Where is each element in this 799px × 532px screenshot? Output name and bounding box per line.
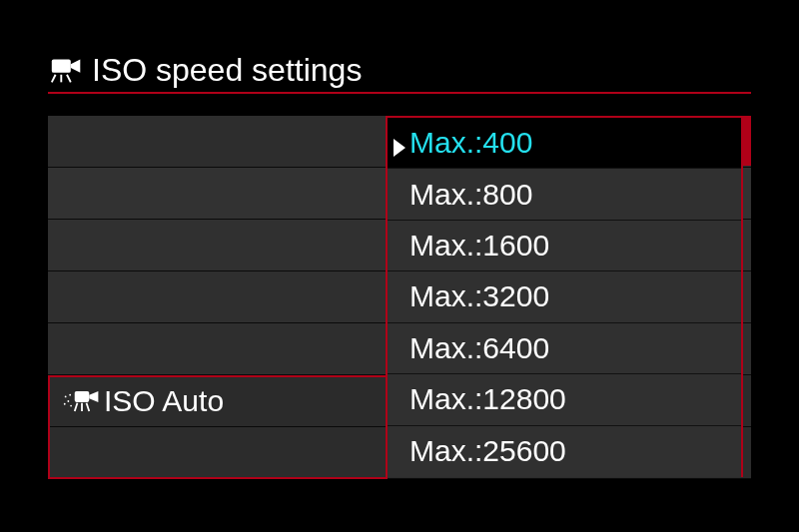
option-max-800[interactable]: Max.:800 — [388, 169, 741, 220]
option-label: Max.:6400 — [409, 331, 549, 365]
screen-header: ISO speed settings — [48, 48, 751, 94]
option-max-6400[interactable]: Max.:6400 — [388, 323, 741, 374]
svg-line-1 — [52, 75, 56, 83]
svg-rect-0 — [52, 60, 71, 73]
screen-title: ISO speed settings — [92, 52, 362, 89]
svg-point-8 — [70, 404, 72, 406]
option-label: Max.:1600 — [409, 229, 549, 263]
option-label: Max.:12800 — [409, 382, 566, 416]
svg-point-5 — [67, 400, 69, 402]
option-max-12800[interactable]: Max.:12800 — [388, 374, 741, 425]
movie-camera-sparkle-icon — [62, 387, 102, 415]
svg-line-11 — [87, 402, 90, 410]
movie-camera-icon — [48, 55, 86, 85]
svg-point-6 — [64, 402, 66, 404]
svg-point-4 — [65, 395, 67, 397]
option-label: Max.:400 — [409, 126, 532, 160]
iso-auto-options-popup: Max.:400 Max.:800 Max.:1600 Max.:3200 Ma… — [386, 116, 743, 477]
svg-line-10 — [75, 402, 78, 410]
option-label: Max.:25600 — [409, 434, 566, 468]
option-max-25600[interactable]: Max.:25600 — [388, 426, 741, 477]
option-max-400[interactable]: Max.:400 — [388, 118, 741, 169]
option-max-3200[interactable]: Max.:3200 — [388, 271, 741, 322]
option-label: Max.:3200 — [409, 279, 549, 313]
svg-rect-9 — [75, 391, 90, 402]
cursor-icon — [392, 132, 407, 154]
list-item-label: ISO Auto — [104, 384, 224, 418]
option-max-1600[interactable]: Max.:1600 — [388, 221, 741, 271]
svg-point-7 — [69, 393, 71, 395]
svg-line-2 — [67, 75, 71, 83]
option-label: Max.:800 — [409, 178, 532, 212]
